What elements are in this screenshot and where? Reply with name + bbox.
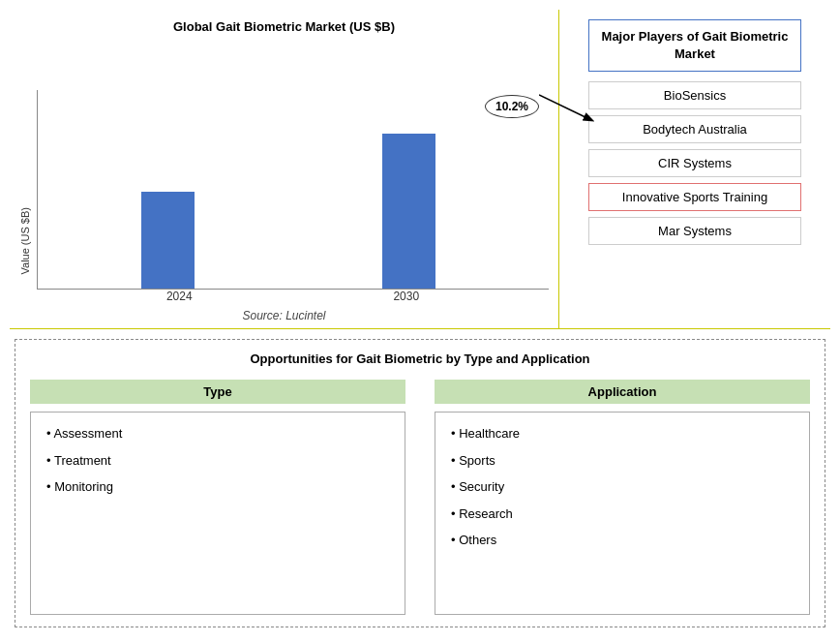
application-items-box: • Healthcare • Sports • Security • Resea… (435, 412, 810, 615)
bottom-columns: Type • Assessment • Treatment • Monitori… (30, 380, 810, 615)
app-item-security: • Security (451, 477, 794, 497)
bar-group-2024 (141, 192, 195, 289)
main-container: Global Gait Biometric Market (US $B) Val… (0, 0, 840, 642)
y-axis-label: Value (US $B) (19, 207, 31, 275)
x-labels: 2024 2030 (37, 290, 549, 303)
type-item-assessment: • Assessment (46, 424, 389, 443)
bottom-title: Opportunities for Gait Biometric by Type… (30, 352, 810, 366)
type-items-box: • Assessment • Treatment • Monitoring (30, 412, 405, 615)
chart-wrapper: Value (US $B) 10.2% (19, 42, 549, 303)
bar-group-2030 (382, 134, 435, 289)
type-item-treatment: • Treatment (46, 451, 389, 471)
source-text: Source: Lucintel (242, 303, 325, 328)
players-title: Major Players of Gait Biometric Market (588, 19, 801, 72)
players-area: Major Players of Gait Biometric Market B… (559, 10, 830, 328)
app-item-sports: • Sports (451, 451, 794, 471)
svg-line-1 (539, 95, 589, 119)
application-header: Application (435, 380, 810, 404)
player-item-mar: Mar Systems (588, 217, 801, 245)
top-section: Global Gait Biometric Market (US $B) Val… (10, 10, 830, 329)
bar-2024 (141, 192, 195, 289)
annotation-bubble: 10.2% (485, 95, 539, 118)
app-item-research: • Research (451, 504, 794, 524)
type-column: Type • Assessment • Treatment • Monitori… (30, 380, 405, 615)
player-item-bodytech: Bodytech Australia (588, 115, 801, 143)
x-label-2024: 2024 (153, 290, 206, 303)
application-column: Application • Healthcare • Sports • Secu… (435, 380, 810, 615)
player-item-innovative: Innovative Sports Training (588, 183, 801, 211)
bars-container: 10.2% (37, 90, 549, 290)
annotation-container: 10.2% (485, 95, 539, 118)
player-item-cir: CIR Systems (588, 149, 801, 177)
x-label-2030: 2030 (379, 290, 433, 303)
type-header: Type (30, 380, 405, 404)
bar-2030 (382, 134, 435, 289)
chart-area: Global Gait Biometric Market (US $B) Val… (10, 10, 559, 328)
chart-title: Global Gait Biometric Market (US $B) (173, 19, 395, 34)
type-item-monitoring: • Monitoring (46, 477, 389, 497)
app-item-others: • Others (451, 531, 794, 550)
player-item-biosensics: BioSensics (588, 81, 801, 109)
app-item-healthcare: • Healthcare (451, 424, 794, 443)
annotation-arrow-svg (539, 85, 597, 124)
chart-inner: 10.2% (37, 90, 549, 303)
bottom-section: Opportunities for Gait Biometric by Type… (15, 339, 825, 627)
